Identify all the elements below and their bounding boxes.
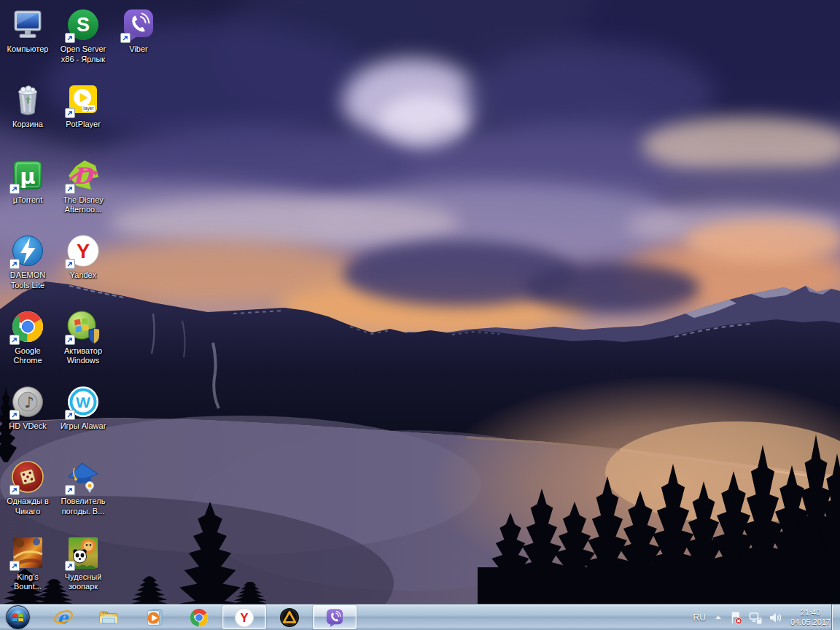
activator-icon [66,309,101,344]
svg-text:W: W [76,394,90,411]
desktop-icon-google-chrome[interactable]: Google Chrome [0,309,55,366]
shortcut-arrow-icon [65,33,75,43]
svg-text:S: S [77,14,90,36]
utorrent-icon: µ [10,158,45,193]
viber-icon [324,607,345,628]
windows-explorer-icon [98,607,119,628]
taskbar-button-viber[interactable] [313,605,357,629]
clock-time: 21:40 [790,608,831,618]
desktop-icon-wonder-zoo[interactable]: Чудесный зоопарк [55,535,111,592]
taskbar-button-aimp[interactable] [268,604,311,630]
taskbar: eY RU [0,604,840,630]
desktop-icon-viber[interactable]: Viber [111,7,166,55]
desktop-wallpaper[interactable]: КомпьютерSOpen Server x86 - ЯрлыкViberКо… [0,0,840,604]
shortcut-arrow-icon [65,259,75,269]
shortcut-arrow-icon [65,410,75,420]
aimp-icon [279,607,300,628]
language-indicator[interactable]: RU [691,612,708,623]
desktop-icon-weather-lord[interactable]: Повелитель погоды. В... [55,459,111,516]
shortcut-arrow-icon [9,410,20,420]
shortcut-arrow-icon [9,259,20,269]
shortcut-arrow-icon [120,33,131,43]
zoo-icon [66,535,101,570]
windows-media-player-icon [144,607,164,628]
system-tray: RU [691,604,831,630]
svg-text:layer: layer [83,106,94,112]
shortcut-arrow-icon [9,335,20,345]
yandex-icon: Y [66,233,101,268]
desktop-icon-label: Однажды в Чикаго [0,497,55,516]
network-icon[interactable] [748,610,763,625]
potplayer-icon: layer [66,82,101,117]
shortcut-arrow-icon [65,561,75,571]
svg-text:µ: µ [20,164,35,189]
desktop-icon-label: Чудесный зоопарк [55,572,111,592]
shortcut-arrow-icon [65,184,75,194]
desktop-icon-recycle-bin[interactable]: Корзина [0,82,55,130]
clock-date: 04.05.2017 [790,618,831,627]
yandex-browser-icon: Y [234,607,254,628]
windows-logo-icon [11,610,25,624]
shortcut-arrow-icon [65,108,75,118]
hdvdeck-icon: ♪ [10,384,45,419]
kingsbounty-icon [10,535,45,570]
svg-text:Y: Y [240,611,248,624]
action-center-flag-icon[interactable] [728,610,743,625]
google-chrome-icon [189,607,209,628]
shortcut-arrow-icon [65,485,75,495]
desktop-icon-label: DAEMON Tools Lite [0,271,55,290]
start-button[interactable] [6,605,30,629]
shortcut-arrow-icon [9,184,20,194]
desktop-icon-label: Open Server x86 - Ярлык [55,44,111,64]
alawar-icon: W [66,384,101,419]
desktop-icon-label: Viber [111,44,166,55]
desktop-icon-label: Игры Alawar [55,421,111,432]
computer-icon [10,7,45,42]
shortcut-arrow-icon [65,335,75,345]
shortcut-arrow-icon [9,485,20,495]
taskbar-button-internet-explorer[interactable]: e [42,604,85,630]
daemon-icon [10,233,45,268]
volume-icon[interactable] [768,610,782,625]
taskbar-button-windows-media-player[interactable] [132,604,176,630]
desktop-icon-openserver[interactable]: SOpen Server x86 - Ярлык [55,7,111,64]
taskbar-button-windows-explorer[interactable] [87,604,131,630]
desktop-icon-disney-afternoon[interactable]: DThe Disney Afternoo... [55,158,111,215]
desktop-icon-label: King's Bount... [0,572,55,592]
disney-icon: D [66,158,101,193]
desktop-icon-kings-bounty[interactable]: King's Bount... [0,535,55,592]
desktop-icon-utorrent[interactable]: µµTorrent [0,158,55,206]
desktop-icon-label: Корзина [0,120,55,130]
desktop-icon-label: Активатор Windows [55,346,111,366]
internet-explorer-icon: e [53,607,74,628]
desktop-icon-once-in-chicago[interactable]: Однажды в Чикаго [0,459,55,516]
desktop-icon-label: PotPlayer [55,120,111,130]
clock[interactable]: 21:40 04.05.2017 [790,608,831,627]
windows7-desktop-screen: КомпьютерSOpen Server x86 - ЯрлыкViberКо… [0,0,840,630]
chicago-icon [10,459,45,494]
taskbar-button-yandex-browser[interactable]: Y [222,605,266,629]
desktop-icon-yandex[interactable]: YYandex [55,233,111,281]
svg-text:♪: ♪ [24,394,34,411]
desktop-icon-daemon-tools-lite[interactable]: DAEMON Tools Lite [0,233,55,290]
recycle-icon [10,82,45,117]
show-desktop-button[interactable] [831,604,840,630]
desktop-icon-label: µTorrent [0,195,55,206]
taskbar-button-google-chrome[interactable] [177,604,221,630]
desktop-icon-potplayer[interactable]: layerPotPlayer [55,82,111,130]
desktop-icon-computer[interactable]: Компьютер [0,7,55,55]
desktop-icon-alawar-games[interactable]: WИгры Alawar [55,384,111,432]
desktop-icon-label: The Disney Afternoo... [55,195,111,215]
desktop-icon-windows-activator[interactable]: Активатор Windows [55,309,111,366]
desktop-icon-label: Google Chrome [0,346,55,366]
hidden-icons-expander-icon[interactable] [713,612,723,623]
desktop-icon-label: Повелитель погоды. В... [55,497,111,516]
desktop-icon-label: Компьютер [0,44,55,55]
weather-icon [66,459,101,494]
desktop-icon-hd-vdeck[interactable]: ♪HD VDeck [0,384,55,432]
svg-text:Y: Y [77,241,90,262]
chrome-icon [10,309,45,344]
openserver-icon: S [66,7,101,42]
desktop-icon-label: Yandex [55,271,111,281]
desktop-icon-label: HD VDeck [0,421,55,432]
